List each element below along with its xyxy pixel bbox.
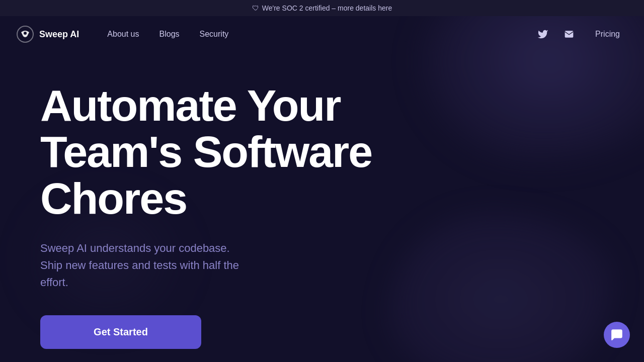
- logo-text: Sweep AI: [39, 29, 79, 40]
- svg-point-1: [24, 32, 27, 35]
- shield-icon: 🛡: [252, 4, 259, 12]
- twitter-icon: [537, 29, 548, 40]
- soc2-banner: 🛡 We're SOC 2 certified – more details h…: [0, 0, 644, 16]
- hero-subtitle: Sweep AI understands your codebase. Ship…: [40, 240, 252, 291]
- email-button[interactable]: [561, 26, 577, 42]
- chat-button[interactable]: [604, 322, 630, 348]
- logo-icon: [16, 25, 34, 43]
- logo[interactable]: Sweep AI: [16, 25, 79, 43]
- banner-text: We're SOC 2 certified – more details her…: [262, 4, 392, 12]
- nav-link-about-us[interactable]: About us: [99, 26, 147, 43]
- hero-title: Automate Your Team's Software Chores: [40, 82, 493, 222]
- twitter-button[interactable]: [535, 26, 551, 42]
- nav-link-blogs[interactable]: Blogs: [151, 26, 188, 43]
- nav-right: Pricing: [535, 26, 628, 43]
- chat-icon: [610, 328, 623, 341]
- nav-link-security[interactable]: Security: [192, 26, 237, 43]
- main-content: Automate Your Team's Software Chores Swe…: [0, 52, 644, 362]
- navbar: Sweep AI About us Blogs Security Pricing: [0, 16, 644, 52]
- nav-links: About us Blogs Security: [99, 26, 535, 43]
- pricing-link[interactable]: Pricing: [587, 26, 628, 43]
- get-started-button[interactable]: Get Started: [40, 315, 201, 349]
- mail-icon: [564, 29, 574, 39]
